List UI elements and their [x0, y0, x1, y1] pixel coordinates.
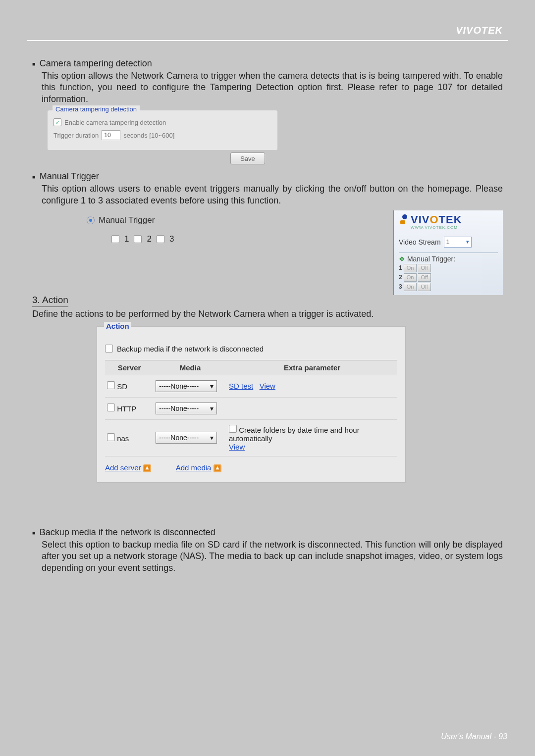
mt-num-3: 3 [169, 234, 174, 244]
table-row: nas -----None----- ▾ Create folders by d… [105, 419, 397, 456]
row-sd-checkbox[interactable] [107, 381, 115, 389]
mt-num-2: 2 [147, 234, 151, 244]
svg-point-0 [402, 214, 407, 219]
section-desc-backup: Select this option to backup media file … [42, 539, 503, 574]
mt3-off-button[interactable]: Off [418, 283, 430, 291]
th-server: Server [105, 360, 154, 375]
action-table: Server Media Extra parameter SD -----Non… [105, 360, 397, 456]
bullet-icon: ■ [32, 527, 36, 538]
row-http-label: HTTP [117, 404, 136, 413]
nas-view-link[interactable]: View [229, 443, 245, 451]
chevron-down-icon: ▾ [210, 434, 214, 442]
homepage-preview-panel: VIVOTEK WWW.VIVOTEK.COM Video Stream 1 ▾… [393, 210, 503, 295]
logo-sub: WWW.VIVOTEK.COM [411, 225, 462, 230]
backup-checkbox[interactable] [105, 345, 113, 353]
mt-section-title: Manual Trigger: [407, 255, 455, 263]
table-row: HTTP -----None----- ▾ [105, 397, 397, 419]
backup-label: Backup media if the network is disconnec… [117, 345, 264, 353]
row-nas-label: nas [117, 434, 129, 443]
bullet-icon: ■ [32, 58, 36, 69]
row-sd-media-select[interactable]: -----None----- ▾ [156, 380, 217, 392]
select-value: -----None----- [159, 382, 199, 390]
video-stream-value: 1 [446, 238, 450, 246]
tamper-legend: Camera tampering detection [53, 105, 140, 113]
mt-check-1[interactable] [111, 235, 119, 243]
action-panel: Action Backup media if the network is di… [97, 326, 406, 483]
row-http-media-select[interactable]: -----None----- ▾ [156, 403, 217, 414]
save-button[interactable]: Save [230, 152, 265, 164]
video-stream-label: Video Stream [399, 238, 441, 246]
sd-test-link[interactable]: SD test [229, 382, 253, 390]
section3-desc: Define the actions to be performed by th… [32, 309, 503, 319]
header-rule [27, 40, 508, 41]
section-title-backup: Backup media if the network is disconnec… [40, 527, 215, 538]
manual-trigger-radio[interactable] [87, 216, 95, 224]
th-media: Media [154, 360, 227, 375]
duration-input[interactable] [102, 130, 120, 140]
section-title-tamper: Camera tampering detection [40, 58, 152, 69]
duration-hint: seconds [10~600] [123, 132, 174, 139]
chevron-down-icon: ▾ [210, 404, 214, 412]
mt-num-1: 1 [124, 234, 129, 244]
add-media-link[interactable]: Add media [176, 463, 212, 472]
mt1-on-button[interactable]: On [404, 264, 417, 272]
bullet-icon: ■ [32, 171, 36, 182]
row-nas-media-select[interactable]: -----None----- ▾ [156, 432, 217, 444]
footer-page: 93 [498, 732, 507, 741]
sd-view-link[interactable]: View [260, 382, 275, 390]
section-desc-tamper: This option allows the Network Camera to… [42, 70, 503, 105]
mt-row-3-num: 3 [399, 283, 402, 290]
mt2-off-button[interactable]: Off [418, 273, 430, 282]
logo-text: VIVOTEK [411, 213, 462, 226]
th-extra: Extra parameter [227, 360, 397, 375]
nas-extra-label: Create folders by date time and hour aut… [229, 426, 360, 443]
logo-icon [399, 213, 409, 225]
row-nas-checkbox[interactable] [107, 433, 115, 441]
select-value: -----None----- [159, 434, 199, 442]
footer: User's Manual - 93 [441, 732, 507, 741]
footer-text: User's Manual - [441, 732, 498, 741]
chevron-down-icon: ▾ [210, 382, 214, 390]
svg-rect-1 [400, 220, 405, 224]
mt-row-2-num: 2 [399, 274, 402, 281]
chevron-down-icon: ▾ [466, 239, 469, 245]
tamper-panel: Camera tampering detection ✓ Enable came… [47, 110, 278, 151]
enable-tamper-label: Enable camera tampering detection [64, 119, 166, 126]
mt-check-2[interactable] [134, 235, 142, 243]
enable-tamper-checkbox[interactable]: ✓ [54, 118, 61, 126]
section-title-manual: Manual Trigger [40, 171, 99, 182]
row-sd-label: SD [117, 382, 127, 391]
mt-check-3[interactable] [157, 235, 164, 243]
mt2-on-button[interactable]: On [404, 273, 417, 282]
duration-label: Trigger duration [54, 132, 99, 139]
add-media-icon: ▾ [214, 464, 221, 472]
nas-folders-checkbox[interactable] [229, 425, 237, 433]
row-http-checkbox[interactable] [107, 403, 115, 411]
add-server-link[interactable]: Add server [105, 463, 141, 472]
select-value: -----None----- [159, 404, 199, 412]
manual-trigger-label: Manual Trigger [99, 215, 155, 225]
section-desc-manual: This option allows users to enable event… [42, 183, 503, 206]
add-server-icon: ▾ [143, 464, 151, 472]
video-stream-select[interactable]: 1 ▾ [444, 237, 472, 248]
action-panel-title: Action [104, 322, 131, 330]
mt3-on-button[interactable]: On [404, 283, 417, 291]
mt-row-1-num: 1 [399, 264, 402, 271]
mt1-off-button[interactable]: Off [418, 264, 430, 272]
doc-brand: VIVOTEK [27, 25, 508, 40]
expand-icon[interactable]: ❖ [399, 255, 405, 263]
table-row: SD -----None----- ▾ SD test View [105, 375, 397, 397]
